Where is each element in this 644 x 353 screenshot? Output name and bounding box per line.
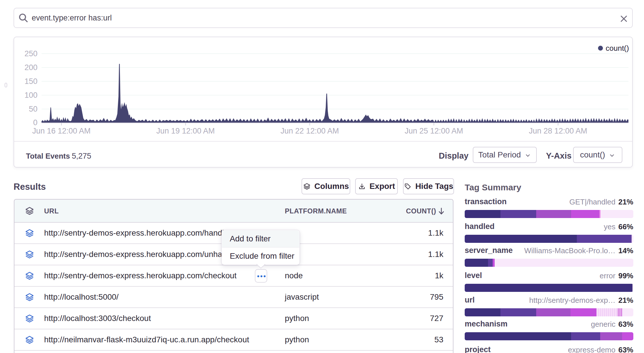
svg-text:Jun 22 12:00 AM: Jun 22 12:00 AM (280, 127, 339, 135)
svg-text:Jun 19 12:00 AM: Jun 19 12:00 AM (156, 127, 215, 135)
svg-text:150: 150 (25, 77, 37, 86)
svg-text:Jun 25 12:00 AM: Jun 25 12:00 AM (405, 127, 463, 135)
svg-text:count(): count() (606, 44, 629, 52)
svg-text:100: 100 (25, 91, 37, 99)
svg-text:250: 250 (25, 49, 37, 58)
svg-text:200: 200 (25, 63, 37, 72)
svg-text:Jun 28 12:00 AM: Jun 28 12:00 AM (529, 127, 587, 135)
svg-text:50: 50 (29, 105, 37, 113)
svg-text:Jun 16 12:00 AM: Jun 16 12:00 AM (32, 127, 91, 135)
svg-text:0: 0 (33, 118, 37, 127)
